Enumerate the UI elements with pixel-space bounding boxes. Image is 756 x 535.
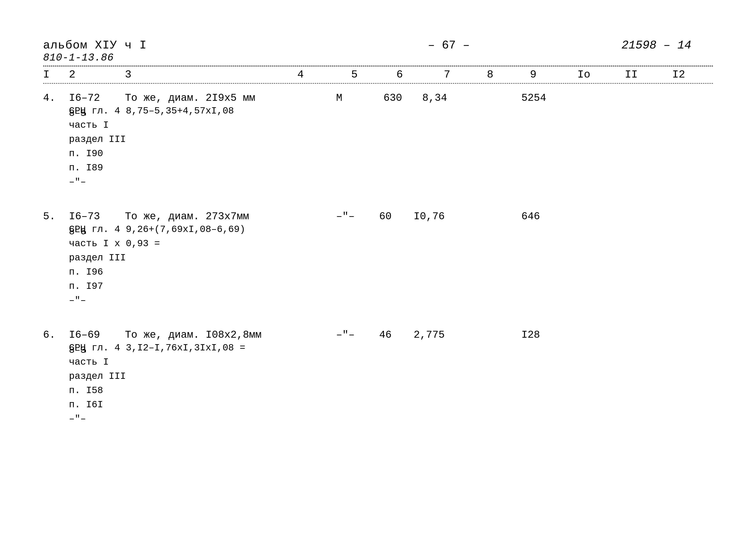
entry-5-col4: –"–	[336, 209, 355, 224]
header-area: альбом XIУ ч I 810-1-13.86 – 67 – 21598 …	[43, 39, 713, 64]
entry-5-sub: СРЦ гл. 4 9,26+(7,69xI,08–6,69) часть I …	[69, 222, 713, 308]
col-header-12: I2	[672, 69, 685, 81]
entry-4-sub: СРЦ гл. 4 8,75–5,35+4,57xI,08 часть I ра…	[69, 104, 713, 189]
column-header-row: I 2 3 4 5 6 7 8 9 Io II I2	[43, 69, 713, 84]
header-code: 810-1-13.86	[43, 52, 147, 64]
content-area: 4. I6–72 8–5 То же, диам. 2I9x5 мм М 630…	[43, 90, 713, 426]
entry-4-col4: М	[336, 90, 342, 106]
header-page-num: – 67 –	[428, 39, 470, 52]
col-header-8: 8	[487, 69, 493, 81]
entry-6-sub: СРЦ гл. 4 3,I2–I,76xI,3IxI,08 = часть I …	[69, 341, 713, 426]
col-header-1: I	[43, 69, 49, 81]
entry-6-col5: 46	[379, 327, 392, 343]
entry-4-col9: 5254	[521, 90, 546, 106]
col-header-10: Io	[577, 69, 590, 81]
entry-4-desc: То же, диам. 2I9x5 мм	[125, 90, 255, 106]
entry-5-id: I6–73 8–6	[69, 209, 100, 239]
entry-6-desc: То же, диам. I08x2,8мм	[125, 327, 262, 343]
entry-5-num: 5.	[43, 209, 56, 224]
page: альбом XIУ ч I 810-1-13.86 – 67 – 21598 …	[0, 0, 756, 535]
entry-6-col9: I28	[521, 327, 540, 343]
entry-6-col4: –"–	[336, 327, 355, 343]
header-left: альбом XIУ ч I 810-1-13.86	[43, 39, 147, 64]
entry-4: 4. I6–72 8–5 То же, диам. 2I9x5 мм М 630…	[43, 90, 713, 189]
header-album: альбом XIУ ч I	[43, 39, 147, 52]
entry-4-col5: 630	[384, 90, 402, 106]
col-header-2: 2	[69, 69, 75, 81]
entry-6-num: 6.	[43, 327, 56, 343]
entry-5-desc: То же, диам. 273x7мм	[125, 209, 249, 224]
entry-5-col5: 60	[379, 209, 392, 224]
col-header-9: 9	[530, 69, 537, 81]
entry-5-col6: I0,76	[414, 209, 445, 224]
entry-6: 6. I6–69 8–3 То же, диам. I08x2,8мм –"– …	[43, 327, 713, 426]
entry-6-col6: 2,775	[414, 327, 445, 343]
col-header-5: 5	[351, 69, 358, 81]
entry-4-col6: 8,34	[422, 90, 447, 106]
entry-5-col9: 646	[521, 209, 540, 224]
entry-4-num: 4.	[43, 90, 56, 106]
col-header-4: 4	[297, 69, 304, 81]
entry-5: 5. I6–73 8–6 То же, диам. 273x7мм –"– 60…	[43, 209, 713, 308]
col-header-6: 6	[396, 69, 403, 81]
entry-6-id: I6–69 8–3	[69, 327, 100, 358]
entry-4-id: I6–72 8–5	[69, 90, 100, 121]
col-header-7: 7	[444, 69, 450, 81]
col-header-11: II	[625, 69, 638, 81]
top-divider	[43, 66, 713, 66]
col-header-3: 3	[125, 69, 131, 81]
header-doc-num: 21598 – 14	[622, 39, 691, 52]
